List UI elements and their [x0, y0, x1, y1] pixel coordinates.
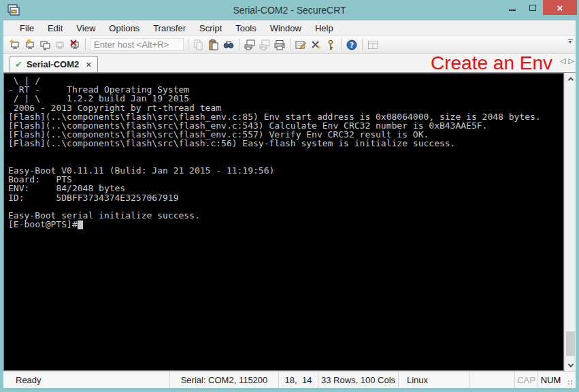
toolbar-separator [362, 39, 363, 51]
paste-button[interactable] [206, 37, 221, 52]
connect-icon [24, 39, 35, 50]
quick-connect-button[interactable] [7, 37, 22, 52]
svg-text:?: ? [350, 41, 354, 49]
connect-button[interactable] [22, 37, 37, 52]
chevron-down-icon [567, 361, 573, 367]
titlebar: Serial-COM2 - SecureCRT × [0, 0, 579, 20]
reconnect-button [52, 37, 67, 52]
tab-bar: ✔ Serial-COM2 × Create an Env ◁ ▷ [3, 54, 576, 73]
keymap-editor-button[interactable] [308, 37, 323, 52]
copy-icon [193, 39, 204, 50]
session-area: \ | / - RT - Thread Operating System / |… [3, 73, 576, 371]
reconnect-icon [54, 39, 65, 50]
tab-scroll-controls: ◁ ▷ [560, 56, 574, 65]
toolbar-overflow-button[interactable]: ▾ [566, 39, 574, 50]
overflow-chevron-icon: ▾ [569, 40, 572, 44]
securecrt-window: Serial-COM2 - SecureCRT × File Edit View… [0, 0, 579, 392]
status-cursor-position: 18, 14 [278, 372, 318, 388]
menubar: File Edit View Options Transfer Script T… [3, 20, 576, 36]
toolbar-separator [290, 39, 291, 51]
terminal[interactable]: \ | / - RT - Thread Operating System / |… [3, 73, 564, 371]
scroll-up-button[interactable] [565, 73, 576, 84]
session-options-button[interactable] [293, 37, 308, 52]
host-input[interactable] [90, 38, 184, 51]
file-transfer-icon [367, 39, 378, 50]
help-button[interactable]: ? [344, 37, 359, 52]
menu-view[interactable]: View [69, 21, 102, 35]
menu-script[interactable]: Script [193, 21, 229, 35]
file-transfer-button [365, 37, 380, 52]
minimize-button[interactable] [502, 0, 523, 15]
window-controls: × [502, 0, 577, 15]
status-ready: Ready [3, 372, 169, 388]
menu-help[interactable]: Help [308, 21, 340, 35]
terminal-output: \ | / - RT - Thread Operating System / |… [8, 76, 563, 229]
toolbar-separator [188, 39, 188, 51]
menu-file[interactable]: File [13, 21, 41, 35]
print-eject-icon [259, 39, 270, 50]
close-button[interactable]: × [543, 0, 577, 15]
connected-check-icon: ✔ [15, 59, 22, 69]
annotation-create-an-env: Create an Env [431, 52, 552, 74]
quick-connect-icon [10, 39, 20, 50]
maximize-button[interactable] [523, 0, 543, 15]
toolbar-separator [85, 39, 86, 51]
tab-scroll-left-icon[interactable]: ◁ [560, 56, 565, 65]
status-caps-lock: CAP [514, 372, 537, 388]
menu-transfer[interactable]: Transfer [146, 21, 193, 35]
printer-icon [274, 39, 285, 50]
menu-options[interactable]: Options [102, 21, 146, 35]
find-button[interactable] [221, 37, 236, 52]
print-eject-button [257, 37, 272, 52]
vertical-scrollbar[interactable] [564, 73, 576, 371]
app-icon[interactable] [6, 3, 20, 17]
toolbar-separator [239, 39, 239, 51]
tab-scroll-right-icon[interactable]: ▷ [569, 56, 574, 65]
status-emulation: Linux [398, 372, 469, 388]
resize-grip[interactable] [563, 372, 576, 388]
status-empty [469, 372, 514, 388]
minimize-icon [509, 10, 516, 11]
window-title: Serial-COM2 - SecureCRT [0, 5, 579, 16]
key-icon [325, 39, 336, 50]
menu-edit[interactable]: Edit [41, 21, 69, 35]
status-serial: Serial: COM2, 115200 [169, 372, 278, 388]
terminal-cursor [78, 220, 83, 229]
key-agent-button[interactable] [323, 37, 338, 52]
disconnect-icon [69, 39, 80, 50]
grip-dots-icon [568, 380, 574, 386]
disconnect-button[interactable] [67, 37, 82, 52]
print-button[interactable] [242, 37, 257, 52]
close-icon: × [557, 2, 563, 14]
status-bar: Ready Serial: COM2, 115200 18, 14 33 Row… [3, 371, 576, 388]
toolbar: ? ▾ [3, 36, 576, 54]
status-num-lock: NUM [537, 372, 563, 388]
keymap-editor-icon [310, 39, 321, 50]
printer-button[interactable] [272, 37, 287, 52]
paste-icon [208, 39, 219, 50]
scroll-down-button[interactable] [565, 359, 576, 371]
scrollbar-thumb[interactable] [566, 331, 575, 356]
shell-prompt: [E-boot@PTS]# [8, 219, 78, 229]
tab-label: Serial-COM2 [27, 59, 79, 69]
menu-window[interactable]: Window [263, 21, 308, 35]
connect-in-tab-button[interactable] [37, 37, 52, 52]
menu-tools[interactable]: Tools [229, 21, 263, 35]
tab-serial-com2[interactable]: ✔ Serial-COM2 × [10, 56, 98, 72]
copy-button [191, 37, 206, 52]
toolbar-separator [341, 39, 342, 51]
find-icon [223, 39, 234, 50]
help-icon: ? [346, 39, 357, 50]
connect-in-tab-icon [39, 39, 50, 50]
tab-close-icon[interactable]: × [86, 59, 91, 70]
print-icon [244, 39, 255, 50]
maximize-icon [529, 5, 536, 11]
chevron-up-icon [567, 77, 573, 82]
session-options-icon [295, 39, 306, 50]
status-terminal-size: 33 Rows, 100 Cols [318, 372, 398, 388]
